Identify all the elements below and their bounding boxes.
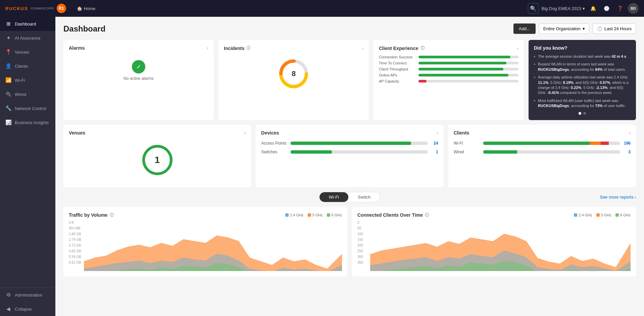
alarms-card: Alarms › ✓ No active alarms	[63, 40, 214, 120]
sidebar: ⊞ Dashboard ✦ AI Assurance 📍 Venues 👤 Cl…	[0, 17, 55, 316]
time-selector[interactable]: 🕐 Last 24 Hours	[593, 23, 636, 34]
ruckus-logo-text: RUCKUS	[5, 6, 28, 11]
y-6: 954 MB	[69, 226, 84, 230]
cy-2: 250	[357, 249, 369, 253]
sidebar-item-wired[interactable]: 🔌 Wired	[0, 87, 55, 101]
clients-card: Clients › Wi-Fi	[448, 125, 636, 187]
administration-icon: ⚙	[5, 292, 11, 298]
traffic-chart-title: Traffic by Volume ⓘ	[69, 212, 114, 218]
sidebar-label-administration: Administration	[15, 293, 42, 298]
clients-svg	[370, 221, 631, 271]
clients-card-header: Clients ›	[454, 130, 631, 136]
sidebar-item-dashboard[interactable]: ⊞ Dashboard	[0, 17, 55, 31]
devices-bar-switches	[291, 150, 332, 154]
ce-row-ap-capacity: AP Capacity	[379, 79, 518, 83]
dyk-item-3: Average daily airtime utilization last w…	[534, 75, 631, 96]
clients-title: Clients	[454, 130, 469, 136]
clients-dot-6ghz	[615, 213, 619, 217]
y-7: 0 B	[69, 221, 84, 224]
traffic-legend-5ghz: 5 GHz	[308, 213, 323, 217]
clients-dot-5ghz	[596, 213, 600, 217]
sidebar-item-collapse[interactable]: ◀ Collapse	[0, 302, 55, 316]
alarm-status: No active alarms	[123, 76, 153, 81]
legend-dot-5ghz	[308, 213, 311, 217]
ce-bar-time-to-connect	[418, 62, 506, 64]
legend-dot-6ghz	[327, 213, 330, 217]
collapse-icon: ◀	[5, 306, 11, 312]
add-button[interactable]: Add...	[513, 23, 536, 34]
ce-label-connection-success: Connection Success	[379, 55, 416, 59]
alarms-content: ✓ No active alarms	[69, 53, 208, 88]
charts-row: Traffic by Volume ⓘ 2.4 GHz 5 GHz	[63, 207, 636, 276]
clients-row-wired: Wired 3	[454, 150, 631, 154]
sidebar-item-network-control[interactable]: 🔧 Network Control	[0, 101, 55, 115]
clients-legend-6ghz: 6 GHz	[615, 213, 631, 217]
venues-icon: 📍	[5, 49, 11, 55]
cy-4: 150	[357, 238, 369, 242]
clients-dot-2ghz	[574, 213, 577, 217]
y-0: 6.52 GB	[69, 261, 84, 264]
sidebar-label-dashboard: Dashboard	[15, 21, 36, 27]
toggle-switch[interactable]: Switch	[348, 192, 380, 202]
dyk-dot-1[interactable]	[579, 112, 581, 115]
devices-arrow[interactable]: ›	[437, 130, 438, 136]
home-nav-item[interactable]: 🏠 Home	[77, 6, 96, 11]
dyk-item-2: Busiest WLAN in terms of users last week…	[534, 62, 631, 72]
toggle-wifi[interactable]: Wi-Fi	[319, 192, 348, 202]
sidebar-label-network-control: Network Control	[15, 106, 46, 111]
traffic-legend-2ghz: 2.4 GHz	[285, 213, 303, 217]
dashboard-controls: Add... Entire Organization ▾ 🕐 Last 24 H…	[513, 23, 636, 34]
alarms-arrow[interactable]: ›	[207, 45, 208, 51]
see-more-reports[interactable]: See more reports ›	[600, 195, 636, 200]
clients-bar-bg-wifi	[483, 142, 620, 145]
clock-button[interactable]: 🕐	[601, 3, 612, 14]
clients-wired-gray	[517, 150, 620, 154]
devices-card-header: Devices ›	[261, 130, 438, 136]
sidebar-item-wifi[interactable]: 📶 Wi-Fi	[0, 73, 55, 87]
devices-label-ap: Access Points	[261, 141, 288, 146]
traffic-legend: 2.4 GHz 5 GHz 6 GHz	[285, 213, 342, 217]
sidebar-item-venues[interactable]: 📍 Venues	[0, 45, 55, 59]
did-you-know-card: Did you know? The average session durati…	[529, 40, 636, 120]
help-button[interactable]: ❓	[614, 3, 625, 14]
sidebar-item-business-insights[interactable]: 📊 Business Insights	[0, 115, 55, 129]
legend-label-6ghz: 6 GHz	[332, 213, 342, 217]
tenant-selector[interactable]: Big Dog EMEA 2023 ▾	[541, 6, 585, 11]
clients-info-icon: ⓘ	[425, 212, 429, 218]
ce-arrow[interactable]: ›	[517, 46, 518, 51]
incidents-count: 8	[292, 69, 296, 78]
cy-6: 50	[357, 226, 369, 230]
sidebar-item-ai-assurance[interactable]: ✦ AI Assurance	[0, 31, 55, 45]
ce-bar-connection-success	[418, 56, 510, 58]
incidents-title: Incidents ⓘ	[224, 45, 250, 51]
org-label: Entire Organization	[543, 26, 581, 31]
clients-arrow[interactable]: ›	[629, 130, 631, 136]
sidebar-item-administration[interactable]: ⚙ Administration	[0, 288, 55, 302]
incidents-arrow[interactable]: ›	[362, 46, 363, 51]
dyk-dot-2[interactable]	[583, 112, 586, 115]
search-button[interactable]: 🔍	[528, 3, 539, 14]
sidebar-label-venues: Venues	[15, 50, 29, 55]
alarm-check-icon: ✓	[132, 60, 145, 73]
y-2: 4.66 GB	[69, 249, 84, 253]
clients-wifi-gray	[609, 142, 620, 145]
main-content: Dashboard Add... Entire Organization ▾ 🕐…	[55, 17, 644, 316]
commscope-text: COMMSCOPE	[31, 7, 54, 10]
venues-arrow[interactable]: ›	[244, 130, 246, 136]
venues-count: 1	[155, 155, 160, 165]
incidents-donut: 8	[277, 57, 310, 91]
y-5: 1.86 GB	[69, 232, 84, 236]
incidents-card-header: Incidents ⓘ ›	[224, 45, 363, 51]
traffic-chart-card: Traffic by Volume ⓘ 2.4 GHz 5 GHz	[63, 207, 347, 276]
traffic-svg	[84, 221, 342, 271]
traffic-chart-area: 6.52 GB 5.59 GB 4.66 GB 3.73 GB 2.79 GB …	[69, 221, 342, 271]
sidebar-item-clients[interactable]: 👤 Clients	[0, 59, 55, 73]
notifications-button[interactable]: 🔔	[588, 3, 598, 14]
org-selector[interactable]: Entire Organization ▾	[539, 23, 589, 34]
ce-bar-bg-online-aps	[418, 74, 518, 76]
ce-row-connection-success: Connection Success	[379, 55, 518, 59]
user-avatar[interactable]: BD	[628, 3, 639, 14]
sidebar-label-wifi: Wi-Fi	[15, 78, 25, 83]
devices-card: Devices › Access Points 24 Switches	[256, 125, 443, 187]
ai-assurance-icon: ✦	[5, 35, 11, 41]
